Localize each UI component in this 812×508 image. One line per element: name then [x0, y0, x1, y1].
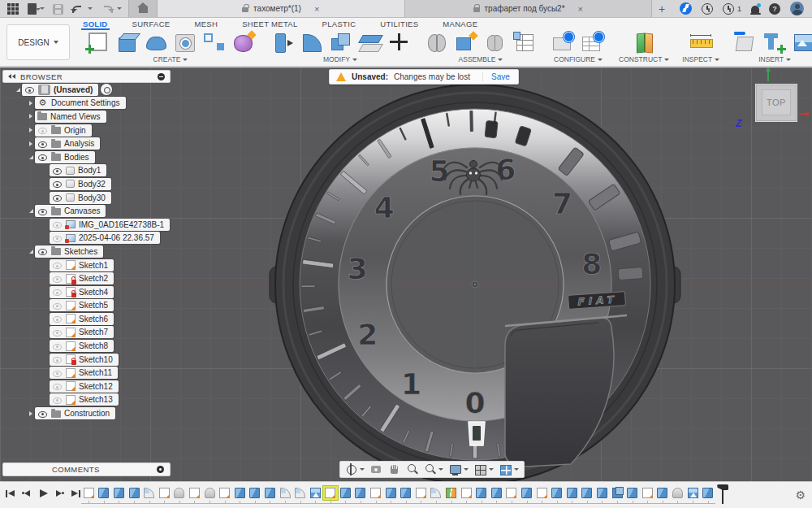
ribbon-tab-mesh[interactable]: MESH	[193, 20, 220, 30]
play-icon[interactable]	[37, 488, 49, 499]
activate-component-radio[interactable]	[101, 84, 112, 95]
visibility-eye-icon[interactable]	[52, 166, 63, 176]
ribbon-group-label[interactable]: CONSTRUCT	[619, 55, 669, 63]
sketch-tool-icon[interactable]	[84, 31, 110, 54]
visibility-eye-icon[interactable]	[37, 206, 48, 216]
ribbon-tab-solid[interactable]: SOLID	[81, 20, 110, 30]
save-link[interactable]: Save	[482, 72, 510, 81]
timeline-feature-sketch-highlighted[interactable]	[323, 486, 339, 500]
timeline-feature-extrude[interactable]	[624, 486, 640, 500]
ribbon-group-label[interactable]: INSPECT	[682, 55, 719, 63]
expand-arrow-icon[interactable]	[27, 101, 35, 106]
extensions-icon[interactable]	[680, 2, 692, 15]
document-tab-inactive[interactable]: трафарет под бусы2* ×	[405, 0, 653, 17]
timeline-feature-extrude[interactable]	[97, 486, 112, 500]
browser-item-origin[interactable]: Origin	[2, 124, 189, 137]
joint-tool-icon[interactable]	[424, 31, 450, 54]
browser-item-sketch5[interactable]: Sketch5	[2, 299, 189, 313]
visibility-eye-icon[interactable]	[37, 139, 48, 149]
visibility-eye-icon[interactable]	[52, 381, 63, 391]
browser-item-named-views[interactable]: Named Views	[2, 110, 189, 124]
browser-item-sketch6[interactable]: Sketch6	[2, 312, 189, 326]
browser-item-body30[interactable]: Body30	[2, 191, 189, 205]
notifications-bell-icon[interactable]	[751, 6, 759, 13]
visibility-eye-icon[interactable]	[52, 341, 63, 351]
comments-options-icon[interactable]	[157, 466, 164, 473]
visibility-eye-icon[interactable]	[52, 233, 63, 243]
redo-icon[interactable]	[101, 2, 114, 15]
ribbon-group-label[interactable]: INSERT	[758, 55, 791, 63]
form-tool-icon[interactable]	[231, 31, 257, 54]
ribbon-tab-surface[interactable]: SURFACE	[131, 20, 172, 30]
visibility-eye-icon[interactable]	[52, 179, 63, 189]
timeline-feature-sketch[interactable]	[640, 486, 655, 500]
step-back-icon[interactable]	[21, 488, 32, 499]
move-tool-icon[interactable]	[387, 31, 411, 54]
timeline-feature-extrude[interactable]	[232, 486, 248, 500]
timeline-feature-dome[interactable]	[172, 486, 188, 500]
comments-panel[interactable]: COMMENTS	[2, 462, 171, 476]
timeline-feature-extrude[interactable]	[564, 486, 580, 500]
view-cube-face[interactable]: TOP	[762, 89, 791, 115]
component-tool-icon[interactable]	[453, 31, 479, 54]
visibility-eye-icon[interactable]	[52, 260, 63, 270]
ribbon-tab-plastic[interactable]: PLASTIC	[321, 20, 358, 30]
timeline-feature-dome[interactable]	[202, 486, 218, 500]
file-menu-icon[interactable]	[28, 3, 37, 15]
visibility-eye-icon[interactable]	[52, 287, 63, 297]
timeline-feature-dome[interactable]	[670, 486, 685, 500]
timeline-feature-sketch[interactable]	[459, 486, 474, 500]
display-caret[interactable]	[464, 468, 469, 471]
timeline-feature-extrude[interactable]	[594, 486, 610, 500]
timeline-feature-sketch[interactable]	[81, 486, 97, 500]
timeline-feature-extrude[interactable]	[473, 486, 489, 500]
visibility-eye-icon[interactable]	[37, 152, 48, 162]
plane-tool-icon[interactable]	[631, 31, 657, 54]
timeline-feature-extrude[interactable]	[383, 486, 399, 500]
timeline-feature-combine[interactable]	[610, 486, 625, 500]
grid-caret[interactable]	[489, 468, 494, 471]
look-at-icon[interactable]	[370, 463, 382, 475]
apps-grid-icon[interactable]	[6, 2, 19, 15]
timeline-feature-sketch[interactable]	[368, 486, 383, 500]
browser-item-sketch10[interactable]: Sketch10	[2, 353, 189, 367]
timeline-feature-fillet[interactable]	[292, 486, 308, 500]
browser-item-canvases[interactable]: Canvases	[2, 204, 189, 218]
browser-item-body1[interactable]: Body1	[2, 164, 189, 178]
expand-arrow-icon[interactable]	[27, 155, 35, 159]
browser-item-sketch12[interactable]: Sketch12	[2, 380, 189, 393]
visibility-eye-icon[interactable]	[52, 193, 63, 202]
help-icon[interactable]: ?	[769, 3, 780, 15]
history-icon[interactable]	[702, 3, 713, 15]
revolve-tool-icon[interactable]	[143, 31, 169, 54]
timeline-feature-extrude[interactable]	[580, 486, 595, 500]
expand-arrow-icon[interactable]	[27, 209, 35, 213]
close-tab-icon[interactable]: ×	[314, 4, 319, 14]
expand-arrow-icon[interactable]	[27, 114, 35, 119]
visibility-eye-icon[interactable]	[37, 409, 48, 419]
timeline-feature-sketch[interactable]	[157, 486, 172, 500]
measure-tool-icon[interactable]	[688, 31, 714, 54]
canvasimg-tool-icon[interactable]	[791, 31, 812, 54]
timeline-feature-plane[interactable]	[443, 486, 459, 500]
bom-tool-icon[interactable]	[512, 31, 538, 54]
extrude-tool-icon[interactable]	[114, 31, 140, 54]
pattern-tool-icon[interactable]	[201, 31, 227, 54]
ribbon-tab-manage[interactable]: MANAGE	[441, 20, 479, 30]
jointb-tool-icon[interactable]	[482, 31, 508, 54]
timeline-feature-extrude[interactable]	[111, 486, 127, 500]
visibility-eye-icon[interactable]	[52, 368, 63, 378]
visibility-eye-icon[interactable]	[52, 274, 63, 284]
timeline-feature-fillet[interactable]	[278, 486, 293, 500]
skip-to-start-icon[interactable]	[5, 488, 16, 499]
panel-options-icon[interactable]	[158, 73, 165, 80]
visibility-eye-icon[interactable]	[37, 125, 48, 135]
ribbon-group-label[interactable]: CONFIGURE	[554, 55, 603, 63]
mcmaster-tool-icon[interactable]	[762, 31, 788, 54]
browser-item-sketch7[interactable]: Sketch7	[2, 326, 189, 340]
pan-icon[interactable]	[388, 463, 400, 475]
timeline-feature-extrude[interactable]	[127, 486, 142, 500]
timeline-feature-extrude[interactable]	[549, 486, 564, 500]
collapse-panel-icon[interactable]	[8, 74, 15, 79]
config-tool-icon[interactable]	[551, 31, 577, 54]
